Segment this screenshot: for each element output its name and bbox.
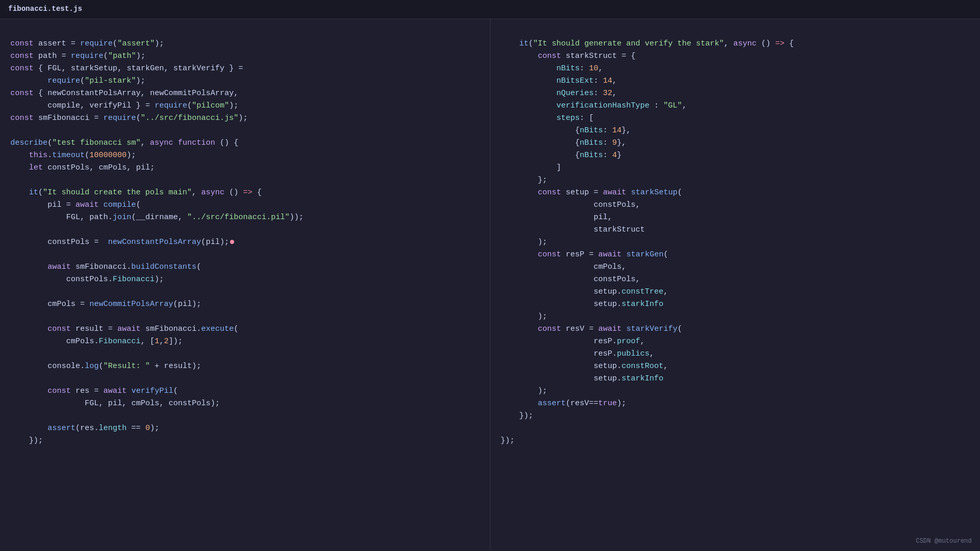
- title-bar: fibonacci.test.js: [0, 0, 980, 19]
- code-area: const assert = require("assert"); const …: [0, 19, 980, 550]
- left-panel: const assert = require("assert"); const …: [0, 19, 491, 550]
- left-code: const assert = require("assert"); const …: [0, 25, 490, 460]
- right-panel: it("It should generate and verify the st…: [491, 19, 981, 550]
- right-code: it("It should generate and verify the st…: [491, 25, 981, 447]
- watermark: CSDN @mutourend: [916, 537, 972, 546]
- file-title: fibonacci.test.js: [8, 5, 82, 13]
